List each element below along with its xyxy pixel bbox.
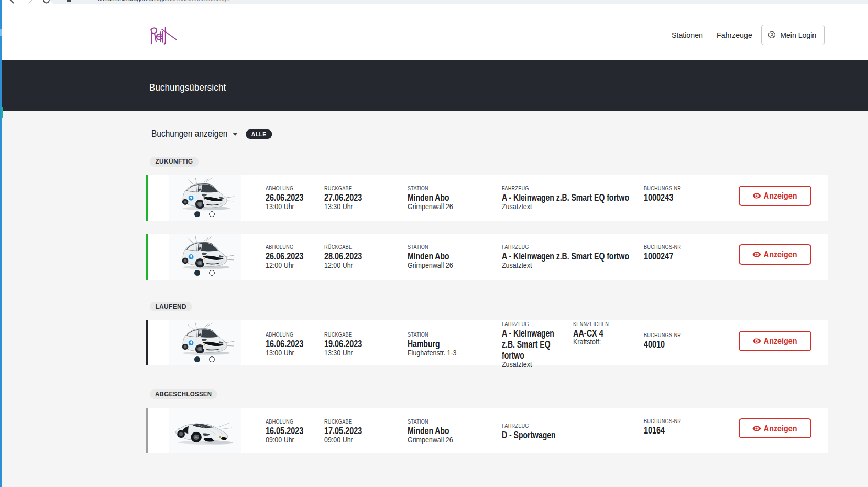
booking-number-column: BUCHUNGS-NR 1000247 [644,244,722,262]
return-label: RÜCKGABE [324,185,381,192]
reload-icon[interactable] [42,0,50,4]
pickup-column: ABHOLUNG 26.06.2023 12:00 Uhr [266,244,323,270]
return-column: RÜCKGABE 19.06.2023 13:30 Uhr [324,331,392,358]
carousel-dot[interactable] [209,211,215,217]
anzeigen-label: Anzeigen [764,424,797,434]
station-column: STATION Minden Abo Grimpenwall 26 [408,244,497,270]
station-label: STATION [408,244,481,251]
pickup-column: ABHOLUNG 26.06.2023 13:00 Uhr [266,185,323,211]
eye-icon [752,426,761,431]
carousel-dot[interactable] [209,356,215,362]
station-address: Flughafenstr. 1-3 [408,348,487,358]
car-image [169,408,241,453]
return-column: RÜCKGABE 28.06.2023 12:00 Uhr [324,244,392,270]
plate-column: KENNZEICHEN AA-CX 4 Kraftstoff: [573,321,644,347]
eye-icon [752,338,761,344]
booking-card: ABHOLUNG 26.06.2023 13:00 Uhr RÜCKGABE 2… [146,175,828,221]
anzeigen-button[interactable]: Anzeigen [739,331,811,351]
pickup-column: ABHOLUNG 16.06.2023 13:00 Uhr [266,331,323,358]
toolbar-divider [0,5,868,5]
booking-card: ABHOLUNG 16.06.2023 13:00 Uhr RÜCKGABE 1… [146,320,828,365]
return-label: RÜCKGABE [324,418,381,425]
vehicle-note: Zusatztext [502,360,565,369]
sports-car-icon [169,408,241,453]
station-column: STATION Minden Abo Grimpenwall 26 [408,185,497,211]
booking-number-label: BUCHUNGS-NR [644,332,709,339]
station-column: STATION Minden Abo Grimpenwall 26 [408,418,497,445]
booking-number: 1000243 [644,192,709,203]
station-address: Grimpenwall 26 [408,435,487,445]
vehicle-label: FAHRZEUG [502,423,620,430]
content: Buchungen anzeigen ALLE ZUKÜNFTIG ABHOLU… [0,0,868,487]
return-column: RÜCKGABE 27.06.2023 13:30 Uhr [324,185,392,211]
filter-value-badge: ALLE [246,129,272,139]
anzeigen-label: Anzeigen [764,250,797,259]
booking-number-column: BUCHUNGS-NR 10164 [644,418,722,436]
booking-number-label: BUCHUNGS-NR [644,244,709,251]
carousel-dot[interactable] [209,270,215,276]
site-info-icon[interactable] [67,0,71,2]
anzeigen-button[interactable]: Anzeigen [739,244,811,264]
car-image [169,320,241,365]
booking-number-label: BUCHUNGS-NR [644,185,709,192]
station-label: STATION [408,331,481,338]
booking-number-column: BUCHUNGS-NR 40010 [644,332,722,350]
pickup-label: ABHOLUNG [266,185,313,192]
pickup-time: 13:00 Uhr [266,348,317,358]
return-time: 13:30 Uhr [324,202,385,211]
plate-label: KENNZEICHEN [573,321,632,328]
forward-icon[interactable] [27,0,34,4]
booking-number-column: BUCHUNGS-NR 1000243 [644,185,722,203]
return-time: 09:00 Uhr [324,435,385,445]
carousel-dot-active[interactable] [194,356,200,362]
pickup-label: ABHOLUNG [266,244,313,251]
anzeigen-button[interactable]: Anzeigen [739,186,811,205]
vehicle-label: FAHRZEUG [502,185,620,192]
pickup-column: ABHOLUNG 16.05.2023 09:00 Uhr [266,418,323,445]
return-time: 12:00 Uhr [324,261,385,270]
station-address: Grimpenwall 26 [408,202,487,211]
pickup-label: ABHOLUNG [266,418,313,425]
eye-icon [752,252,761,257]
pickup-time: 12:00 Uhr [266,261,317,270]
vehicle-note: Zusatztext [502,261,629,270]
background-window-edge-accent [1,107,3,118]
return-label: RÜCKGABE [324,244,381,251]
background-window-edge-highlight [0,29,2,36]
station-column: STATION Hamburg Flughafenstr. 1-3 [408,331,497,358]
station-label: STATION [408,185,481,192]
back-icon[interactable] [8,0,16,4]
anzeigen-label: Anzeigen [764,336,797,346]
booking-number: 10164 [644,425,709,436]
return-time: 13:30 Uhr [324,348,385,358]
booking-number: 40010 [644,339,709,350]
eye-icon [752,193,761,199]
url-text[interactable]: kundenmietwagen.design/acc/customer/book… [98,0,229,2]
anzeigen-button[interactable]: Anzeigen [739,418,811,438]
vehicle-label: FAHRZEUG [502,321,561,328]
vehicle-note: Zusatztext [502,202,629,211]
hatchback-car-icon [169,175,241,221]
vehicle-label: FAHRZEUG [502,244,620,251]
filter-label[interactable]: Buchungen anzeigen [151,128,227,139]
vehicle-column: FAHRZEUG A - Kleinwagen z.B. Smart EQ fo… [502,244,644,270]
hatchback-car-icon [169,320,241,365]
pickup-time: 13:00 Uhr [266,202,317,211]
pickup-time: 09:00 Uhr [266,435,317,445]
station-label: STATION [408,418,481,425]
vehicle-column: FAHRZEUG D - Sportwagen [502,423,644,441]
booking-number: 1000247 [644,251,709,262]
return-column: RÜCKGABE 17.05.2023 09:00 Uhr [324,418,392,445]
vehicle-name: A - Kleinwagen z.B. Smart EQ fortwo [502,328,559,362]
car-image [169,234,241,280]
booking-card: ABHOLUNG 26.06.2023 12:00 Uhr RÜCKGABE 2… [146,234,828,280]
browser-toolbar: kundenmietwagen.design/acc/customer/book… [0,0,868,5]
vehicle-column: FAHRZEUG A - Kleinwagen z.B. Smart EQ fo… [502,185,644,211]
chevron-down-icon[interactable] [233,133,238,136]
section-badge-laufend: LAUFEND [150,302,192,312]
carousel-dot-active[interactable] [194,211,200,217]
section-badge-zukuenftig: ZUKÜNFTIG [150,157,199,167]
carousel-dot-active[interactable] [194,270,200,276]
booking-number-label: BUCHUNGS-NR [644,418,709,425]
hatchback-car-icon [169,234,241,280]
